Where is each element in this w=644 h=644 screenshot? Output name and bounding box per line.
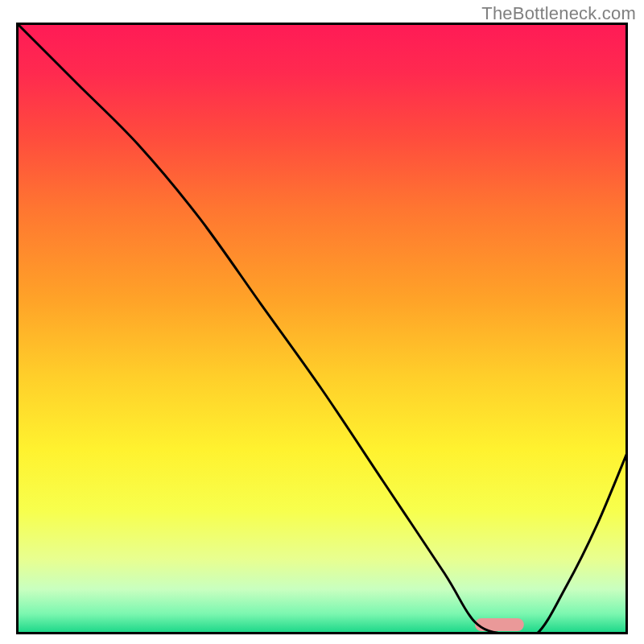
chart-container: TheBottleneck.com: [0, 0, 644, 644]
watermark-text: TheBottleneck.com: [481, 3, 636, 24]
bottleneck-chart: [16, 23, 628, 634]
plot-area: [16, 23, 628, 634]
